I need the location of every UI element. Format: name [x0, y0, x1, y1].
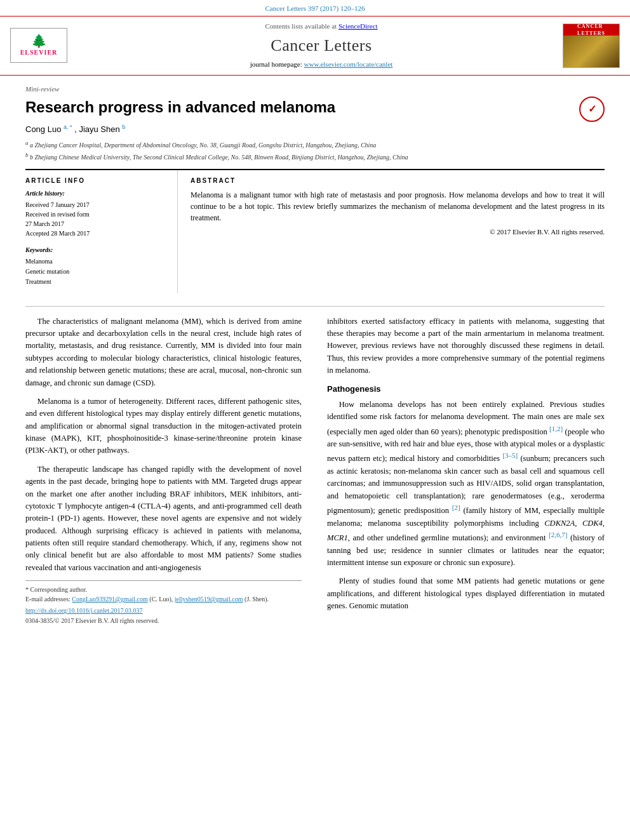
footnote-area: * Corresponding author. E-mail addresses…	[25, 580, 302, 625]
citation-bar: Cancer Letters 397 (2017) 120–126	[0, 0, 630, 16]
author-2-name: Jiayu Shen	[79, 124, 119, 134]
journal-cover-image	[563, 36, 619, 67]
author-2-sup: b	[122, 124, 125, 130]
elsevier-brand: ELSEVIER	[20, 48, 58, 57]
tree-icon: 🌲	[31, 34, 47, 47]
history-item-0: Received 7 January 2017	[25, 200, 168, 210]
email-1-name: (C. Luo),	[149, 596, 174, 603]
article-type-label: Mini-review	[25, 84, 605, 94]
affiliations: a a Zhejiang Cancer Hospital, Department…	[25, 139, 605, 163]
logo-top-strip: CANCERLETTERS	[563, 24, 619, 36]
article-main-title: Research progress in advanced melanoma	[25, 97, 573, 118]
doi-line: http://dx.doi.org/10.1016/j.canlet.2017.…	[25, 606, 302, 615]
ref-3[interactable]: [2]	[452, 503, 460, 511]
author-1-sup: a, *	[64, 124, 72, 130]
article-content: Mini-review Research progress in advance…	[0, 76, 630, 306]
email-1-link[interactable]: CongLuo939291@gmail.com	[72, 596, 147, 603]
sciencedirect-link[interactable]: ScienceDirect	[338, 22, 378, 30]
elsevier-logo-box: 🌲 ELSEVIER	[10, 28, 67, 63]
elsevier-logo-area: 🌲 ELSEVIER	[10, 28, 80, 63]
logo-title: CANCERLETTERS	[577, 23, 605, 37]
history-item-2: 27 March 2017	[25, 219, 168, 229]
body-right-para-1: inhibitors exerted satisfactory efficacy…	[327, 316, 605, 377]
email-label: E-mail addresses:	[25, 596, 72, 603]
author-1-name: Cong Luo	[25, 124, 61, 134]
issn-line: 0304-3835/© 2017 Elsevier B.V. All right…	[25, 617, 302, 625]
affiliation-2: b b Zhejiang Chinese Medical University,…	[25, 151, 605, 162]
journal-logo-right: CANCERLETTERS	[563, 23, 620, 68]
journal-header: 🌲 ELSEVIER Contents lists available at S…	[0, 16, 630, 75]
abstract-col: ABSTRACT Melanoma is a malignant tumor w…	[178, 170, 605, 293]
body-right-plenty-para: Plenty of studies found that some MM pat…	[327, 575, 605, 612]
affiliation-1: a a Zhejiang Cancer Hospital, Department…	[25, 139, 605, 150]
email-2-link[interactable]: jellyshen0519@gmail.com	[175, 596, 243, 603]
journal-title: Cancer Letters	[80, 34, 563, 57]
keyword-0: Melanoma	[25, 257, 168, 267]
history-label: Article history:	[25, 189, 168, 198]
pathogenesis-heading: Pathogenesis	[327, 383, 605, 395]
crossmark-badge	[579, 97, 605, 122]
abstract-header: ABSTRACT	[191, 177, 605, 185]
article-info-col: ARTICLE INFO Article history: Received 7…	[25, 170, 178, 293]
footnote-corresponding: * Corresponding author.	[25, 585, 302, 594]
journal-center: Contents lists available at ScienceDirec…	[80, 22, 563, 69]
body-col-left: The characteristics of malignant melanom…	[25, 316, 314, 626]
ref-2[interactable]: [3–5]	[502, 451, 518, 459]
abstract-copyright: © 2017 Elsevier B.V. All rights reserved…	[191, 227, 605, 237]
body-col-right: inhibitors exerted satisfactory efficacy…	[314, 316, 605, 626]
page-wrapper: Cancer Letters 397 (2017) 120–126 🌲 ELSE…	[0, 0, 630, 638]
body-right-pathogenesis-para: How melanoma develops has not been entir…	[327, 399, 605, 570]
ref-4[interactable]: [2,6,7]	[549, 531, 567, 538]
sciencedirect-label: Contents lists available at	[265, 22, 338, 30]
body-para-1: The characteristics of malignant melanom…	[25, 316, 302, 389]
homepage-url[interactable]: www.elsevier.com/locate/canlet	[304, 60, 393, 68]
history-item-3: Accepted 28 March 2017	[25, 229, 168, 238]
sciencedirect-line: Contents lists available at ScienceDirec…	[80, 22, 563, 31]
body-para-2: Melanoma is a tumor of heterogeneity. Di…	[25, 396, 302, 457]
article-info-header: ARTICLE INFO	[25, 177, 168, 185]
keywords-label: Keywords:	[25, 246, 168, 255]
article-title-row: Research progress in advanced melanoma	[25, 97, 605, 123]
authors-line: Cong Luo a, * , Jiayu Shen b	[25, 123, 605, 136]
footnote-email: E-mail addresses: CongLuo939291@gmail.co…	[25, 594, 302, 604]
two-col-body: The characteristics of malignant melanom…	[0, 307, 630, 639]
citation-text: Cancer Letters 397 (2017) 120–126	[265, 4, 365, 12]
keywords-section: Keywords: Melanoma Genetic mutation Trea…	[25, 246, 168, 287]
article-info-abstract: ARTICLE INFO Article history: Received 7…	[25, 169, 605, 293]
keyword-1: Genetic mutation	[25, 267, 168, 277]
homepage-label: journal homepage:	[250, 60, 304, 68]
body-para-3: The therapeutic landscape has changed ra…	[25, 463, 302, 574]
abstract-text: Melanoma is a malignant tumor with high …	[191, 189, 605, 223]
doi-link[interactable]: http://dx.doi.org/10.1016/j.canlet.2017.…	[25, 607, 143, 614]
email-2-name: (J. Shen).	[245, 596, 269, 603]
journal-homepage: journal homepage: www.elsevier.com/locat…	[80, 60, 563, 69]
history-item-1: Received in revised form	[25, 210, 168, 219]
ref-1[interactable]: [1,2]	[549, 425, 563, 432]
keyword-2: Treatment	[25, 277, 168, 287]
